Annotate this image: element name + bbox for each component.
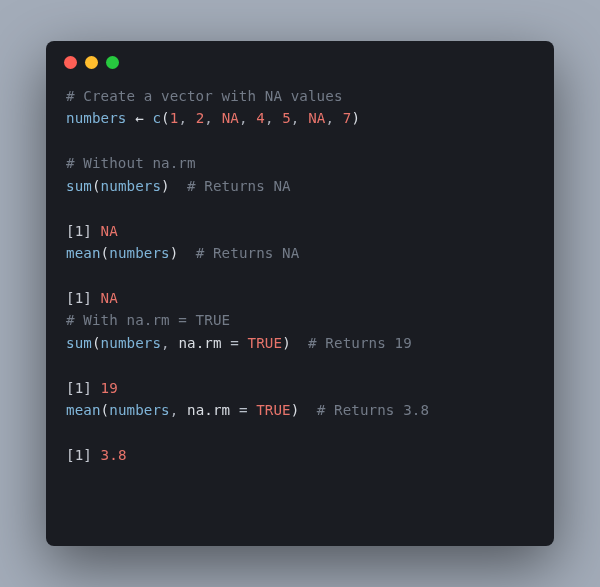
paren-open: ( (92, 178, 101, 194)
pad (170, 178, 187, 194)
code-identifier: numbers (66, 110, 127, 126)
code-identifier: numbers (101, 178, 162, 194)
code-comment: # Returns 3.8 (317, 402, 429, 418)
paren-open: ( (92, 335, 101, 351)
output-value: NA (101, 290, 118, 306)
equals: = (230, 402, 256, 418)
equals: = (222, 335, 248, 351)
pad (299, 402, 316, 418)
output-index: 1 (75, 447, 84, 463)
output-bracket: ] (83, 380, 100, 396)
comma: , (325, 110, 342, 126)
close-icon[interactable] (64, 56, 77, 69)
output-bracket: ] (83, 290, 100, 306)
output-bracket: [ (66, 447, 75, 463)
comma: , (178, 110, 195, 126)
output-bracket: ] (83, 223, 100, 239)
code-identifier: numbers (109, 245, 170, 261)
code-comment: # Returns 19 (308, 335, 412, 351)
comma: , (161, 335, 178, 351)
output-index: 1 (75, 290, 84, 306)
code-na: NA (222, 110, 239, 126)
code-arg-name: na.rm (178, 335, 221, 351)
code-block: # Create a vector with NA values numbers… (46, 83, 554, 482)
output-index: 1 (75, 380, 84, 396)
output-index: 1 (75, 223, 84, 239)
code-function: sum (66, 335, 92, 351)
comma: , (265, 110, 282, 126)
code-number: 5 (282, 110, 291, 126)
code-function: mean (66, 402, 101, 418)
paren-open: ( (161, 110, 170, 126)
output-bracket: ] (83, 447, 100, 463)
zoom-icon[interactable] (106, 56, 119, 69)
paren-open: ( (101, 402, 110, 418)
pad (178, 245, 195, 261)
output-value: 19 (101, 380, 118, 396)
assign-op: ← (127, 110, 153, 126)
output-value: 3.8 (101, 447, 127, 463)
code-window: # Create a vector with NA values numbers… (46, 41, 554, 546)
output-bracket: [ (66, 380, 75, 396)
comma: , (239, 110, 256, 126)
output-value: NA (101, 223, 118, 239)
code-comment: # Create a vector with NA values (66, 88, 343, 104)
code-na: NA (308, 110, 325, 126)
window-titlebar (46, 41, 554, 83)
code-number: 4 (256, 110, 265, 126)
code-comment: # Without na.rm (66, 155, 196, 171)
paren-close: ) (351, 110, 360, 126)
code-true: TRUE (256, 402, 291, 418)
paren-close: ) (161, 178, 170, 194)
comma: , (170, 402, 187, 418)
code-comment: # Returns NA (196, 245, 300, 261)
code-true: TRUE (248, 335, 283, 351)
code-comment: # With na.rm = TRUE (66, 312, 230, 328)
code-identifier: numbers (101, 335, 162, 351)
minimize-icon[interactable] (85, 56, 98, 69)
code-arg-name: na.rm (187, 402, 230, 418)
code-identifier: numbers (109, 402, 170, 418)
comma: , (291, 110, 308, 126)
paren-open: ( (101, 245, 110, 261)
code-comment: # Returns NA (187, 178, 291, 194)
code-function: mean (66, 245, 101, 261)
output-bracket: [ (66, 290, 75, 306)
pad (291, 335, 308, 351)
comma: , (204, 110, 221, 126)
paren-close: ) (282, 335, 291, 351)
code-function: c (152, 110, 161, 126)
code-function: sum (66, 178, 92, 194)
output-bracket: [ (66, 223, 75, 239)
